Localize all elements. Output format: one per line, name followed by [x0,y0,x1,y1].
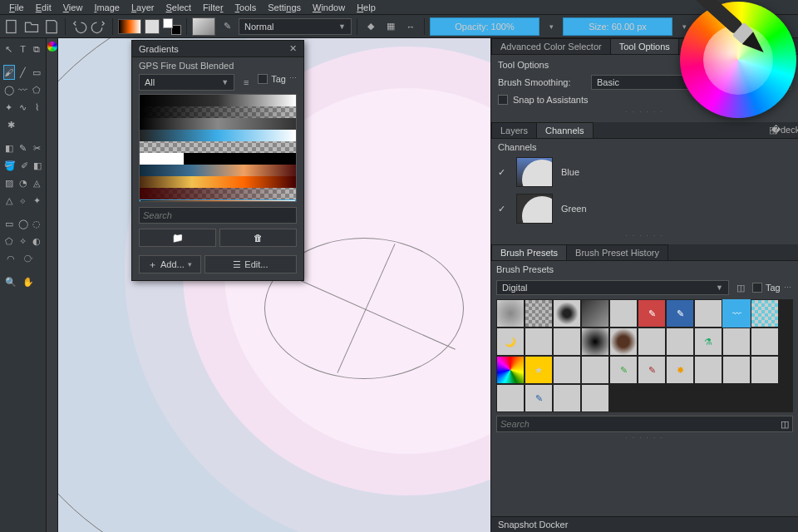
magnetic-select-tool[interactable]: ⧂ [21,251,36,266]
brush-tool[interactable]: 🖌 [3,65,15,80]
eraser-toggle-icon[interactable]: ◆ [362,18,379,35]
gradient-edit-button[interactable]: ☰Edit... [204,255,297,273]
gradient-tool[interactable]: ◧ [32,158,43,173]
new-file-icon[interactable] [3,18,20,35]
brush-preset[interactable]: ⚗ [694,328,722,356]
menu-image[interactable]: Image [88,2,126,12]
gradient-item[interactable] [140,106,296,118]
gradient-item[interactable] [140,130,296,141]
brush-preset[interactable]: ✎ [666,328,694,356]
brush-preset[interactable]: ● [553,356,581,384]
channel-row-green[interactable]: ✓ Green [498,194,791,224]
menu-file[interactable]: File [3,2,30,12]
brush-preset[interactable]: ✎ [666,299,694,328]
redo-icon[interactable] [91,18,107,35]
brush-search[interactable]: ◫ [496,416,793,432]
close-icon[interactable]: ✕ [289,43,297,54]
poly-select-tool[interactable]: ⬠ [3,234,15,249]
dynamic-brush-tool[interactable]: ⌇ [31,100,42,115]
bezier-select-tool[interactable]: ◠ [3,251,18,266]
pattern-swatch[interactable] [145,19,160,34]
gradient-item[interactable] [140,165,296,176]
picker-tool[interactable]: ✐ [19,158,30,173]
gradient-delete-button[interactable] [219,229,297,247]
ellipse-tool[interactable]: ◯ [3,82,15,97]
brush-preset[interactable]: ✎ [609,299,638,328]
brush-preset[interactable]: ✎ [609,356,638,384]
menu-settings[interactable]: Settings [262,2,307,12]
multibrush-tool[interactable]: ✱ [3,117,18,132]
save-file-icon[interactable] [43,18,60,35]
pan-tool[interactable]: ✋ [21,274,36,289]
tab-layers[interactable]: Layers [491,122,537,138]
brush-preset[interactable]: 〰 [553,384,581,412]
undo-icon[interactable] [71,18,87,35]
brush-preset[interactable]: ★ [525,356,553,384]
rect-tool[interactable]: ▭ [31,65,42,80]
move-tool[interactable]: ↖ [3,42,15,57]
tab-adv-color[interactable]: Advanced Color Selector [491,38,611,54]
mirror-icon[interactable]: ↔ [402,18,419,35]
brush-preset[interactable]: ◯ [694,356,722,384]
blend-mode-select[interactable]: Normal▼ [239,18,352,35]
brush-preset[interactable]: ✎ [638,328,666,356]
edit-shapes-tool[interactable]: ◧ [3,140,15,155]
opacity-slider[interactable]: Opacity: 100% [430,17,539,36]
channel-visible-check[interactable]: ✓ [498,204,508,214]
panel-resize-handle[interactable]: · · · · · · [496,432,793,443]
assist-tool[interactable]: ◬ [31,175,42,190]
gradient-filter-select[interactable]: All▼ [139,74,234,91]
gradient-item[interactable] [140,153,296,165]
brush-search-input[interactable] [500,419,781,429]
menu-view[interactable]: View [57,2,89,12]
menu-select[interactable]: Select [160,2,198,12]
brush-preset[interactable]: ✎ [638,299,666,328]
brush-preset[interactable]: ✎ [525,328,553,356]
brush-preset[interactable] [581,299,609,328]
polyline-tool[interactable]: 〰 [17,82,29,97]
tab-brush-history[interactable]: Brush Preset History [566,244,668,260]
gradient-item[interactable] [140,95,296,106]
polygon-tool[interactable]: ⬠ [32,82,43,97]
gradient-swatch[interactable] [118,19,141,34]
brush-preview-swatch[interactable] [192,17,215,36]
menu-tools[interactable]: Tools [229,2,263,12]
brush-preset[interactable]: ⛮ [722,328,751,356]
brush-preset-selected[interactable]: 〰 [722,299,751,328]
brush-preset[interactable]: ☁ [751,328,779,356]
menu-layer[interactable]: Layer [126,2,160,12]
menu-filter[interactable]: Filter [197,2,229,12]
line-tool[interactable]: ╱ [17,65,29,80]
brush-preset[interactable]: ∿ [694,299,722,328]
similar-select-tool[interactable]: ◐ [31,234,42,249]
brush-tag-checkbox[interactable] [752,283,762,293]
brush-preset[interactable]: 🌙 [496,328,525,356]
open-file-icon[interactable] [23,18,40,35]
brush-preset[interactable]: 〰 [496,384,525,412]
menu-help[interactable]: Help [351,2,382,12]
brush-preset[interactable]: ✎ [638,356,666,384]
brush-view-icon[interactable]: ◫ [732,279,749,296]
gradient-list[interactable] [139,94,297,202]
brush-preset[interactable] [496,299,525,328]
brush-preset[interactable] [496,356,525,384]
brush-preset[interactable] [525,299,553,328]
channel-row-blue[interactable]: ✓ Blue [498,157,791,187]
outline-select-tool[interactable]: ◌ [32,216,43,231]
storage-icon[interactable]: ◫ [781,419,789,430]
tab-brush-presets[interactable]: Brush Presets [491,244,567,260]
gradient-item[interactable] [140,118,296,130]
brush-preset[interactable]: ✦ [722,356,751,384]
gradient-item[interactable] [140,188,296,200]
brush-preset[interactable]: ઇ [581,384,609,412]
gradient-import-button[interactable] [139,229,216,247]
grid-tool[interactable]: ✦ [31,193,42,208]
gradient-search[interactable] [139,207,297,224]
ellipse-select-tool[interactable]: ◯ [17,216,29,231]
fill-tool[interactable]: 🪣 [3,158,17,173]
gradient-item[interactable] [140,141,296,153]
gradient-search-input[interactable] [143,210,293,220]
brush-preset[interactable]: ▲ [581,356,609,384]
measure-tool[interactable]: △ [3,193,15,208]
menu-edit[interactable]: Edit [30,2,57,12]
